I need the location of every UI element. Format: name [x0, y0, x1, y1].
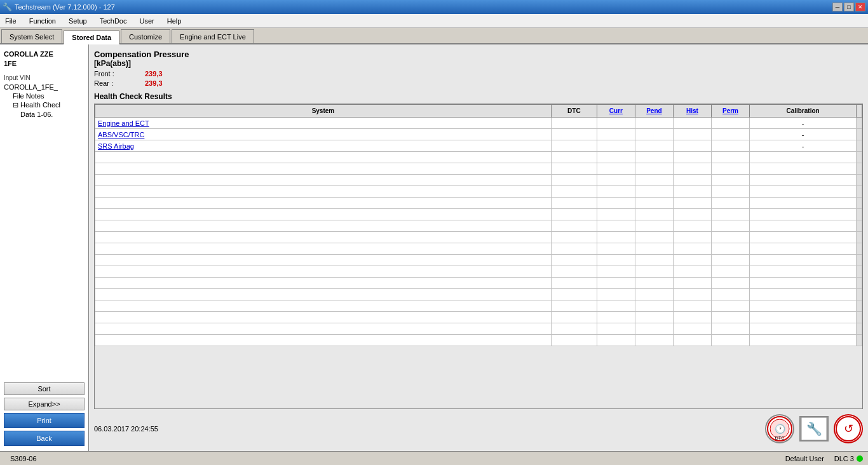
- refresh-icon-button[interactable]: ↺: [834, 414, 863, 443]
- cell-pend: [635, 198, 673, 209]
- cell-dtc: [551, 312, 597, 323]
- cell-curr: [597, 209, 635, 220]
- cell-hist: [673, 278, 711, 289]
- cell-pend: [635, 140, 673, 152]
- scrollbar-cell: [857, 186, 862, 198]
- status-bar-right: Default User DLC 3: [785, 455, 863, 462]
- cell-hist: [673, 163, 711, 175]
- scrollbar-cell: [857, 300, 862, 312]
- system-link[interactable]: SRS Airbag: [98, 142, 134, 150]
- input-vin-label: Input VIN: [3, 72, 86, 83]
- tree-item-health-check[interactable]: ⊟ Health Checl: [3, 100, 86, 110]
- right-content: Compensation Pressure [kPa(abs)] Front :…: [89, 44, 868, 451]
- cell-dtc: [551, 323, 597, 335]
- cell-dtc: [551, 198, 597, 209]
- cell-pend: [635, 289, 673, 300]
- cell-hist: [673, 186, 711, 198]
- left-buttons: Sort Expand>> Print Back: [3, 380, 86, 448]
- back-button[interactable]: Back: [4, 431, 85, 446]
- table-row: [95, 335, 862, 346]
- cell-perm: [711, 312, 749, 323]
- front-pressure-row: Front : 239,3: [94, 70, 863, 78]
- print-button[interactable]: Print: [4, 413, 85, 428]
- cell-pend: [635, 220, 673, 232]
- scrollbar-cell: [857, 232, 862, 243]
- cell-perm: [711, 255, 749, 266]
- scrollbar-header: [857, 105, 862, 118]
- cell-hist: [673, 198, 711, 209]
- cell-calibration: [750, 300, 857, 312]
- table-row: [95, 255, 862, 266]
- title-bar-controls[interactable]: ─ □ ✕: [832, 3, 865, 11]
- status-code: S309-06: [5, 455, 42, 462]
- table-row: [95, 152, 862, 163]
- expand-button[interactable]: Expand>>: [4, 398, 85, 410]
- cell-dtc: [551, 163, 597, 175]
- tab-customize[interactable]: Customize: [121, 29, 170, 43]
- wrench-icon-button[interactable]: 🔧: [799, 416, 829, 441]
- compensation-pressure-section: Compensation Pressure [kPa(abs)] Front :…: [94, 50, 863, 87]
- svg-text:🔧: 🔧: [806, 421, 822, 436]
- system-link[interactable]: Engine and ECT: [98, 119, 149, 127]
- cell-perm: [711, 232, 749, 243]
- menu-file[interactable]: File: [3, 16, 19, 26]
- cell-perm: [711, 243, 749, 255]
- cell-curr: [597, 198, 635, 209]
- menu-help[interactable]: Help: [165, 16, 184, 26]
- table-row: Engine and ECT-: [95, 118, 862, 129]
- tab-system-select[interactable]: System Select: [1, 29, 62, 43]
- cell-perm: [711, 175, 749, 186]
- scrollbar-cell: [857, 129, 862, 140]
- tree-item-label: File Notes: [13, 92, 44, 100]
- tree-item-file-notes[interactable]: File Notes: [3, 91, 86, 100]
- status-bar-left: S309-06: [5, 455, 60, 462]
- sort-button[interactable]: Sort: [4, 382, 85, 395]
- cell-curr: [597, 186, 635, 198]
- cell-curr: [597, 312, 635, 323]
- cell-hist: [673, 232, 711, 243]
- cell-pend: [635, 129, 673, 140]
- tree-expand-icon: ⊟: [13, 101, 20, 109]
- col-curr[interactable]: Curr: [597, 105, 635, 118]
- menu-function[interactable]: Function: [27, 16, 58, 26]
- menu-techdoc[interactable]: TechDoc: [97, 16, 130, 26]
- scrollbar-cell: [857, 266, 862, 278]
- cell-pend: [635, 278, 673, 289]
- left-panel: COROLLA ZZE 1FE Input VIN COROLLA_1FE_ F…: [0, 44, 89, 451]
- cell-pend: [635, 232, 673, 243]
- cell-calibration: [750, 220, 857, 232]
- system-link[interactable]: ABS/VSC/TRC: [98, 131, 144, 138]
- health-check-table: System DTC Curr Pend: [95, 104, 862, 346]
- col-hist[interactable]: Hist: [673, 105, 711, 118]
- title-bar-left: 🔧 Techstream (Ver 7.12.000) - 127: [3, 3, 115, 11]
- scrollbar-cell: [857, 335, 862, 346]
- cell-perm: [711, 152, 749, 163]
- close-button[interactable]: ✕: [855, 3, 865, 11]
- minimize-button[interactable]: ─: [832, 3, 843, 11]
- tab-bar: System Select Stored Data Customize Engi…: [0, 28, 868, 44]
- cell-calibration: [750, 209, 857, 220]
- tab-stored-data[interactable]: Stored Data: [64, 30, 119, 44]
- cell-curr: [597, 232, 635, 243]
- cell-pend: [635, 163, 673, 175]
- menu-setup[interactable]: Setup: [66, 16, 90, 26]
- maximize-button[interactable]: □: [844, 3, 854, 11]
- tree-item-data[interactable]: Data 1-06.: [3, 110, 86, 119]
- cell-curr: [597, 300, 635, 312]
- scrollbar-cell: [857, 152, 862, 163]
- cell-calibration: [750, 198, 857, 209]
- cell-hist: [673, 209, 711, 220]
- cell-calibration: [750, 175, 857, 186]
- menu-user[interactable]: User: [137, 16, 156, 26]
- dtc-icon-button[interactable]: 🕐 DTC: [765, 414, 794, 443]
- scrollbar-cell: [857, 140, 862, 152]
- col-perm[interactable]: Perm: [711, 105, 749, 118]
- cell-perm: [711, 289, 749, 300]
- cell-dtc: [551, 209, 597, 220]
- tree-item-corolla[interactable]: COROLLA_1FE_: [3, 83, 86, 91]
- cell-calibration: [750, 255, 857, 266]
- tab-engine-ect-live[interactable]: Engine and ECT Live: [172, 29, 254, 43]
- health-check-section: Health Check Results System DTC Curr: [94, 92, 863, 409]
- col-pend[interactable]: Pend: [635, 105, 673, 118]
- cell-pend: [635, 312, 673, 323]
